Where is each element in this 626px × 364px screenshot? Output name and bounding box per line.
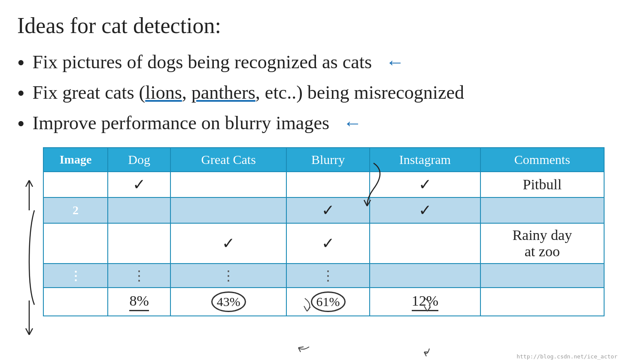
bullet-dot-3: • (17, 113, 25, 134)
cell-percent-instagram: 12% (370, 288, 480, 316)
data-table: Image Dog Great Cats Blurry Instagram Co… (43, 147, 605, 316)
col-header-image: Image (43, 148, 108, 172)
cell-percent-great-cats: 43% (170, 288, 286, 316)
bullet-text-1: Fix pictures of dogs being recognized as… (33, 51, 609, 74)
watermark: http://blog.csdn.net/ice_actor (517, 353, 617, 360)
page-title: Ideas for cat detection: (17, 13, 609, 38)
table-row-percent: % of total 8% 43% 61% 12% (43, 288, 604, 316)
cell-row3-image: 3 (43, 223, 108, 264)
text-percent-instagram: 12% (412, 293, 438, 311)
text-percent-dog: 8% (129, 293, 149, 311)
cell-row2-blurry: ✓ (286, 197, 370, 223)
bullet-dot-1: • (17, 52, 25, 73)
svg-line-12 (298, 347, 304, 348)
check-row1-instagram: ✓ (419, 176, 432, 193)
cell-row2-image: 2 (43, 197, 108, 223)
col-header-great-cats: Great Cats (170, 148, 286, 172)
arrow-icon-1: ← (386, 52, 404, 73)
bullet-item-3: • Improve performance on blurry images ← (17, 112, 609, 135)
arrow-icon-3: ← (343, 112, 362, 133)
cell-row1-image: 1 (43, 172, 108, 197)
col-header-blurry: Blurry (286, 148, 370, 172)
cell-row2-instagram: ✓ (370, 197, 480, 223)
cell-row1-comments: Pitbull (480, 172, 604, 197)
text-percent-blurry: 61% (311, 291, 346, 312)
table-row-3: 3 ✓ ✓ Rainy dayat zoo (43, 223, 604, 264)
text-percent-great-cats: 43% (211, 291, 246, 312)
cell-dots-instagram (370, 264, 480, 288)
svg-line-15 (424, 352, 426, 356)
word-panthers: panthers (191, 82, 255, 103)
table-row-1: 1 ✓ ✓ Pitbull (43, 172, 604, 197)
table-header-row: Image Dog Great Cats Blurry Instagram Co… (43, 148, 604, 172)
cell-row3-great-cats: ✓ (170, 223, 286, 264)
cell-percent-dog: 8% (108, 288, 170, 316)
cell-percent-comments (480, 288, 604, 316)
bullet-item-2: • Fix great cats (lions, panthers, etc..… (17, 82, 609, 104)
text-row1-comments: Pitbull (523, 176, 562, 192)
cell-dots-blurry: ⋮ (286, 264, 370, 288)
col-header-instagram: Instagram (370, 148, 480, 172)
cell-row2-comments (480, 197, 604, 223)
cell-row3-dog (108, 223, 170, 264)
page: Ideas for cat detection: • Fix pictures … (0, 0, 626, 364)
cell-percent-blurry: 61% (286, 288, 370, 316)
cell-row3-instagram (370, 223, 480, 264)
cell-dots-dog: ⋮ (108, 264, 170, 288)
bullet-item-1: • Fix pictures of dogs being recognized … (17, 51, 609, 74)
cell-row3-blurry: ✓ (286, 223, 370, 264)
bullet-dot-2: • (17, 82, 25, 104)
cell-percent-label: % of total (43, 288, 108, 316)
cell-dots-comments (480, 264, 604, 288)
check-row1-dog: ✓ (133, 176, 146, 193)
col-header-comments: Comments (480, 148, 604, 172)
check-row3-great-cats: ✓ (222, 235, 235, 252)
bullet-list: • Fix pictures of dogs being recognized … (17, 51, 609, 134)
svg-line-1 (26, 180, 29, 187)
cell-dots-image: ⋮ (43, 264, 108, 288)
check-row2-blurry: ✓ (322, 202, 334, 219)
svg-line-5 (29, 328, 33, 335)
table-container: Image Dog Great Cats Blurry Instagram Co… (43, 147, 609, 316)
bullet-text-3: Improve performance on blurry images ← (33, 112, 609, 135)
cell-dots-great-cats: ⋮ (170, 264, 286, 288)
cell-row1-instagram: ✓ (370, 172, 480, 197)
bullet-text-2: Fix great cats (lions, panthers, etc..) … (33, 82, 609, 104)
check-row2-instagram: ✓ (419, 202, 432, 219)
svg-line-13 (298, 348, 301, 352)
cell-row1-dog: ✓ (108, 172, 170, 197)
cell-row1-blurry (286, 172, 370, 197)
cell-row2-dog (108, 197, 170, 223)
svg-line-2 (29, 180, 33, 187)
table-row-2: 2 ✓ ✓ (43, 197, 604, 223)
cell-row2-great-cats (170, 197, 286, 223)
text-row3-comments: Rainy dayat zoo (512, 227, 572, 259)
word-lions: lions (145, 82, 182, 103)
svg-line-4 (26, 328, 29, 335)
table-row-dots: ⋮ ⋮ ⋮ ⋮ (43, 264, 604, 288)
cell-row3-comments: Rainy dayat zoo (480, 223, 604, 264)
col-header-dog: Dog (108, 148, 170, 172)
check-row3-blurry: ✓ (322, 235, 334, 252)
cell-row1-great-cats (170, 172, 286, 197)
